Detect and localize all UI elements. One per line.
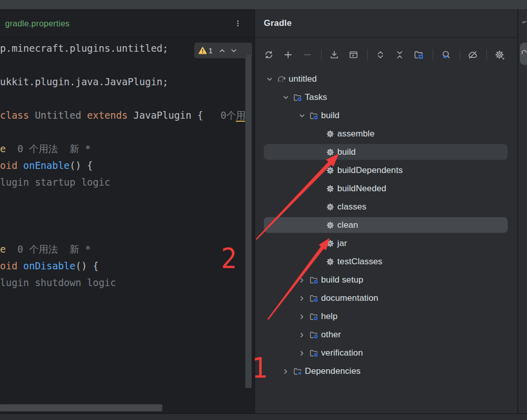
code-line: e 0 个用法 新 * <box>0 141 91 157</box>
next-problem-button[interactable] <box>229 46 239 56</box>
tree-item-builddependents[interactable]: buildDependents <box>255 161 517 180</box>
folder-gear-icon <box>293 93 302 102</box>
toolbar-button-group-tasks[interactable] <box>412 48 426 61</box>
toolbar-separator <box>321 49 322 60</box>
inspection-widget[interactable]: 1 <box>194 43 252 58</box>
chevron-right-icon[interactable] <box>298 331 306 339</box>
tab-gradle-properties[interactable]: gradle.properties <box>0 9 75 38</box>
toolbar-separator <box>460 49 460 60</box>
window-titlebar <box>0 0 527 9</box>
tree-item-label: other <box>321 330 341 340</box>
editor-pane: gradle.properties p.minecraft.plugins.un… <box>0 9 254 413</box>
previous-problem-button[interactable] <box>217 46 227 56</box>
folder-deps-icon <box>293 367 302 376</box>
code-segment: () { <box>69 160 93 171</box>
folder-gear-icon <box>309 294 319 303</box>
toolbar-separator <box>367 49 368 60</box>
tree-item-clean[interactable]: clean <box>255 216 517 234</box>
tree-row-highlight <box>264 235 508 251</box>
chevron-right-icon[interactable] <box>298 349 306 358</box>
tree-item-classes[interactable]: classes <box>255 198 517 216</box>
chevron-down-icon[interactable] <box>282 93 290 102</box>
gradle-toolbar <box>255 39 517 70</box>
tree-item-verification[interactable]: verification <box>255 344 517 362</box>
tree-item-other[interactable]: other <box>255 326 517 344</box>
collapse-icon <box>395 50 405 60</box>
tree-item-jar[interactable]: jar <box>255 234 517 253</box>
tree-row-highlight <box>264 144 508 160</box>
stripe-icon-fragment <box>522 21 526 24</box>
editor-horizontal-scrollbar[interactable] <box>0 404 162 411</box>
toolbar-button-gradle-settings[interactable] <box>493 48 506 61</box>
chevron-spacer <box>314 239 323 248</box>
tree-item-build[interactable]: build <box>255 107 517 125</box>
tree-item-build-setup[interactable]: build setup <box>255 271 517 289</box>
annotation-number-1: 1 <box>252 354 268 382</box>
tree-item-assemble[interactable]: assemble <box>255 125 517 143</box>
chevron-right-icon[interactable] <box>298 294 306 303</box>
expand-icon <box>375 50 385 60</box>
plus-icon <box>283 50 293 60</box>
editor-tab-bar: gradle.properties <box>0 9 254 38</box>
chevron-down-icon[interactable] <box>265 75 274 84</box>
tree-item-label: buildNeeded <box>337 184 387 194</box>
code-segment: lugin startup logic <box>0 177 110 188</box>
tree-item-buildneeded[interactable]: buildNeeded <box>255 180 517 198</box>
folder-gear-icon <box>309 312 319 321</box>
code-line: ukkit.plugin.java.JavaPlugin; <box>0 74 168 90</box>
refresh-icon <box>264 50 274 60</box>
toolbar-button-reload-all-gradle-projects[interactable] <box>262 48 275 61</box>
tree-item-label: assemble <box>337 129 375 139</box>
warning-count: 1 <box>208 46 216 55</box>
editor-vertical-scrollbar[interactable] <box>245 55 252 388</box>
gear-icon <box>326 257 335 266</box>
code-segment: () { <box>76 260 99 271</box>
gradle-task-tree: untitledTasksbuildassemblebuildbuildDepe… <box>255 70 517 380</box>
tree-item-help[interactable]: help <box>255 307 517 326</box>
tree-item-documentation[interactable]: documentation <box>255 289 517 307</box>
tree-item-label: clean <box>337 220 358 230</box>
chevron-up-icon <box>218 47 226 55</box>
code-segment: onDisable <box>23 260 76 271</box>
toolbar-separator <box>486 49 487 60</box>
gradle-tool-window: Gradle untitledTasksbuildassemblebuildbu… <box>254 9 517 413</box>
tree-item-testclasses[interactable]: testClasses <box>255 253 517 271</box>
tree-item-label: Tasks <box>305 92 327 102</box>
gear-icon <box>326 148 335 157</box>
tree-item-label: untitled <box>289 74 317 84</box>
toolbar-button-add-gradle-project[interactable] <box>282 48 295 61</box>
chevron-spacer <box>314 258 323 266</box>
code-editor[interactable]: p.minecraft.plugins.untitled;ukkit.plugi… <box>0 38 254 413</box>
code-line: p.minecraft.plugins.untitled; <box>0 40 168 57</box>
toolbar-button-execute-gradle-task[interactable] <box>347 48 360 61</box>
chevron-right-icon[interactable] <box>282 367 290 376</box>
gear-icon <box>326 184 335 193</box>
code-segment: extends <box>87 110 134 121</box>
code-segment: oid <box>0 260 23 271</box>
code-segment: oid <box>0 160 23 171</box>
toolbar-button-toggle-offline-mode[interactable] <box>466 48 479 61</box>
tree-item-label: verification <box>321 348 363 358</box>
toolbar-button-collapse-all[interactable] <box>393 48 406 61</box>
chevron-right-icon[interactable] <box>298 312 306 321</box>
tree-item-label: classes <box>337 202 366 212</box>
tree-item-tasks[interactable]: Tasks <box>255 88 517 107</box>
code-segment: e <box>0 243 6 255</box>
tool-window-stripe-button-gradle[interactable] <box>520 43 527 65</box>
tree-item-label: jar <box>337 238 347 249</box>
tree-item-label: Dependencies <box>305 366 361 376</box>
toolbar-button-analyze-dependencies[interactable] <box>439 48 452 61</box>
toolbar-button-remove-gradle-project[interactable] <box>301 48 314 61</box>
status-bar <box>0 413 527 420</box>
toolbar-button-expand-all[interactable] <box>374 48 387 61</box>
tree-item-build[interactable]: build <box>255 143 517 161</box>
chevron-right-icon[interactable] <box>298 276 306 285</box>
gradle-elephant-icon <box>521 49 527 55</box>
warning-icon <box>198 46 207 55</box>
code-segment: lugin shutdown logic <box>0 277 116 288</box>
toolbar-button-download-sources[interactable] <box>328 48 341 61</box>
tree-item-dependencies[interactable]: Dependencies <box>255 362 517 380</box>
chevron-down-icon[interactable] <box>298 112 306 120</box>
tree-item-untitled[interactable]: untitled <box>255 70 517 88</box>
editor-options-button[interactable] <box>231 16 245 30</box>
